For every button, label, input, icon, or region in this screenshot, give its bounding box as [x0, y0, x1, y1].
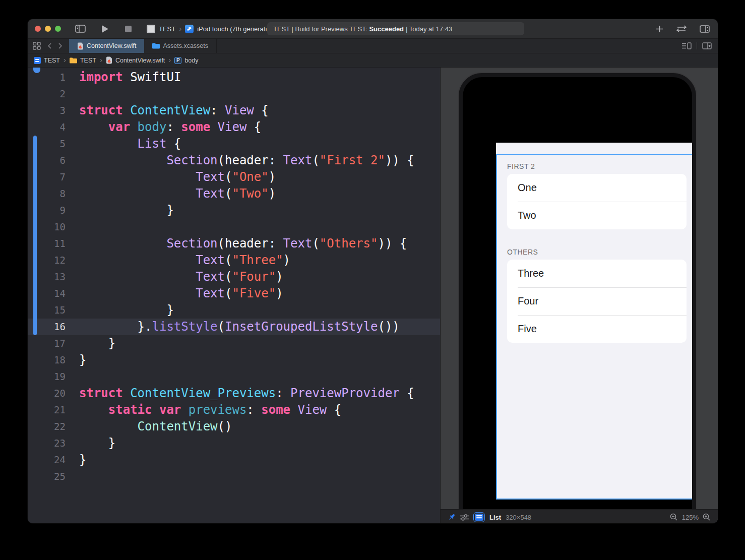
zoom-in-icon[interactable] [703, 513, 711, 521]
tab-label: ContentView.swift [87, 42, 136, 49]
code-line[interactable]: 10 [28, 219, 440, 235]
code-line[interactable]: 5 List { [28, 136, 440, 152]
code-text: } [66, 352, 86, 368]
section-header: FIRST 2 [507, 162, 692, 170]
app-preview[interactable]: FIRST 2OneTwoOTHERSThreeFourFive [496, 143, 692, 500]
line-number: 20 [28, 385, 66, 402]
swap-arrows-icon[interactable] [675, 25, 688, 32]
breadcrumb-group[interactable]: TEST [70, 57, 96, 64]
status-text-prefix: TEST | Build for Previews TEST: [273, 25, 367, 33]
preview-size-label: 320×548 [506, 514, 531, 521]
code-line[interactable]: 24} [28, 452, 440, 468]
preview-list: FIRST 2OneTwoOTHERSThreeFourFive [497, 162, 692, 343]
library-plus-icon[interactable] [656, 25, 663, 33]
list-row[interactable]: Five [507, 315, 687, 343]
tab-label: Assets.xcassets [163, 42, 208, 49]
code-line[interactable]: 9 } [28, 202, 440, 219]
code-line[interactable]: 23 } [28, 435, 440, 452]
code-text: } [66, 202, 174, 219]
scheme-selector[interactable]: TEST › iPod touch (7th generation) [147, 25, 276, 33]
stop-icon[interactable] [125, 26, 132, 32]
sidebar-toggle-icon[interactable] [75, 25, 86, 33]
breadcrumb-label: body [184, 57, 198, 64]
code-text: Text("Three") [66, 252, 290, 269]
code-line[interactable]: 4 var body: some View { [28, 119, 440, 136]
code-line[interactable]: 6 Section(header: Text("First 2")) { [28, 152, 440, 169]
tab-overview-icon[interactable] [33, 42, 41, 50]
code-line[interactable]: 13 Text("Four") [28, 269, 440, 285]
code-line[interactable]: 15 } [28, 302, 440, 319]
minimize-icon[interactable] [45, 26, 51, 32]
destination-device-icon [185, 25, 194, 33]
code-line[interactable]: 16 }.listStyle(InsetGroupedListStyle()) [28, 319, 440, 335]
line-number: 22 [28, 418, 66, 435]
code-line[interactable]: 14 Text("Five") [28, 285, 440, 302]
tab-contentview-swift[interactable]: ContentView.swift [69, 39, 144, 53]
code-line[interactable]: 20struct ContentView_Previews: PreviewPr… [28, 385, 440, 402]
forward-chevron-icon[interactable] [58, 42, 63, 49]
section-card: ThreeFourFive [507, 260, 687, 343]
assets-folder-icon [152, 43, 160, 49]
breadcrumb-label: TEST [80, 57, 96, 64]
breadcrumb-file[interactable]: ContentView.swift [106, 56, 165, 64]
list-row[interactable]: One [507, 174, 687, 202]
back-chevron-icon[interactable] [47, 42, 52, 49]
code-text: Text("Five") [66, 285, 283, 302]
add-editor-icon[interactable] [702, 42, 712, 49]
code-line[interactable]: 25 [28, 468, 440, 485]
status-text-suffix: | Today at 17:43 [406, 25, 452, 33]
property-icon: P [174, 57, 181, 64]
swift-file-icon [77, 42, 84, 50]
code-line[interactable]: 7 Text("One") [28, 169, 440, 185]
source-editor[interactable]: 1import SwiftUI23struct ContentView: Vie… [28, 68, 440, 523]
code-line[interactable]: 17 } [28, 335, 440, 352]
fullscreen-icon[interactable] [55, 26, 61, 32]
list-row[interactable]: Two [507, 202, 687, 229]
code-text [66, 86, 79, 102]
line-number: 24 [28, 452, 66, 468]
activity-status[interactable]: TEST | Build for Previews TEST: Succeede… [267, 22, 524, 35]
breadcrumb-symbol[interactable]: P body [174, 57, 198, 64]
code-line[interactable]: 3struct ContentView: View { [28, 102, 440, 119]
code-line[interactable]: 11 Section(header: Text("Others")) { [28, 235, 440, 252]
editor-options-icon[interactable] [700, 25, 710, 33]
code-text: } [66, 335, 115, 352]
divider [697, 42, 697, 49]
list-mode-icon[interactable] [475, 514, 483, 521]
code-text [66, 219, 79, 235]
tab-assets-xcassets[interactable]: Assets.xcassets [144, 39, 217, 53]
close-icon[interactable] [35, 26, 41, 32]
line-number: 23 [28, 435, 66, 452]
project-icon [34, 57, 41, 64]
preview-selection-outline: FIRST 2OneTwoOTHERSThreeFourFive [496, 154, 692, 500]
code-text: } [66, 452, 86, 468]
code-line[interactable]: 18} [28, 352, 440, 368]
preview-canvas: FIRST 2OneTwoOTHERSThreeFourFive List 32… [440, 68, 718, 523]
line-number: 3 [28, 102, 66, 119]
code-line[interactable]: 2 [28, 86, 440, 102]
code-line[interactable]: 8 Text("Two") [28, 185, 440, 202]
code-text: static var previews: some View { [66, 402, 341, 418]
list-row[interactable]: Four [507, 287, 687, 315]
run-icon[interactable] [102, 25, 108, 33]
preview-options-icon[interactable] [460, 514, 469, 521]
zoom-out-icon[interactable] [670, 513, 678, 521]
line-number: 4 [28, 119, 66, 136]
code-text [66, 468, 79, 485]
breadcrumb-project[interactable]: TEST [34, 57, 60, 64]
pin-icon[interactable] [448, 513, 456, 521]
code-line[interactable]: 1import SwiftUI [28, 69, 440, 86]
list-row[interactable]: Three [507, 260, 687, 287]
code-line[interactable]: 22 ContentView() [28, 418, 440, 435]
code-text: var body: some View { [66, 119, 261, 136]
section-header: OTHERS [507, 248, 692, 256]
code-text: } [66, 435, 115, 452]
code-text: import SwiftUI [66, 69, 181, 86]
change-bar [33, 136, 37, 335]
code-line[interactable]: 12 Text("Three") [28, 252, 440, 269]
chevron-right-icon: › [179, 25, 181, 32]
code-line[interactable]: 21 static var previews: some View { [28, 402, 440, 418]
device-screen: FIRST 2OneTwoOTHERSThreeFourFive [463, 77, 692, 523]
code-line[interactable]: 19 [28, 368, 440, 385]
minimap-options-icon[interactable] [681, 42, 692, 49]
